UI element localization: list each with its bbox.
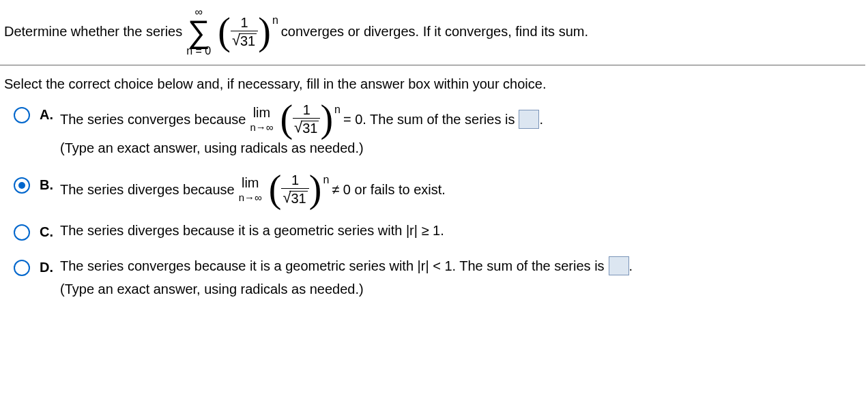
radio-b[interactable] bbox=[14, 177, 30, 194]
left-paren-icon: ( bbox=[218, 16, 231, 47]
limit-term: ( 1 √31 ) n bbox=[280, 103, 341, 135]
sqrt-icon: √31 bbox=[232, 33, 257, 48]
choice-b[interactable]: B. The series diverges because lim n→∞ (… bbox=[4, 173, 864, 205]
question-stem: Determine whether the series ∞ ∑ n = 0 (… bbox=[0, 0, 868, 65]
choice-c[interactable]: C. The series diverges because it is a g… bbox=[4, 220, 864, 241]
choice-c-text: The series diverges because it is a geom… bbox=[60, 223, 444, 238]
choice-d[interactable]: D. The series converges because it is a … bbox=[4, 256, 864, 299]
exponent: n bbox=[272, 14, 278, 27]
sigma-notation: ∞ ∑ n = 0 bbox=[186, 7, 211, 57]
limit-expr: lim n→∞ bbox=[250, 106, 273, 132]
divider bbox=[0, 65, 865, 65]
fraction: 1 √31 bbox=[231, 16, 258, 48]
answer-input-d[interactable] bbox=[609, 256, 629, 275]
radio-d[interactable] bbox=[14, 260, 30, 276]
choice-a[interactable]: A. The series converges because lim n→∞ … bbox=[4, 103, 864, 158]
right-paren-icon: ) bbox=[258, 16, 271, 47]
note-d: (Type an exact answer, using radicals as… bbox=[60, 279, 864, 299]
answer-input-a[interactable] bbox=[519, 110, 539, 129]
sigma-icon: ∑ bbox=[188, 18, 210, 46]
instruction-text: Select the correct choice below and, if … bbox=[0, 71, 868, 99]
radio-c[interactable] bbox=[14, 224, 30, 241]
series-term: ( 1 √31 ) n bbox=[218, 16, 278, 48]
question-lead: Determine whether the series bbox=[4, 24, 182, 40]
choice-list: A. The series converges because lim n→∞ … bbox=[0, 99, 868, 299]
radio-a[interactable] bbox=[14, 107, 30, 123]
limit-term: ( 1 √31 ) n bbox=[269, 173, 330, 205]
limit-expr: lim n→∞ bbox=[239, 176, 262, 202]
question-tail: converges or diverges. If it converges, … bbox=[281, 24, 588, 40]
note-a: (Type an exact answer, using radicals as… bbox=[60, 138, 864, 158]
